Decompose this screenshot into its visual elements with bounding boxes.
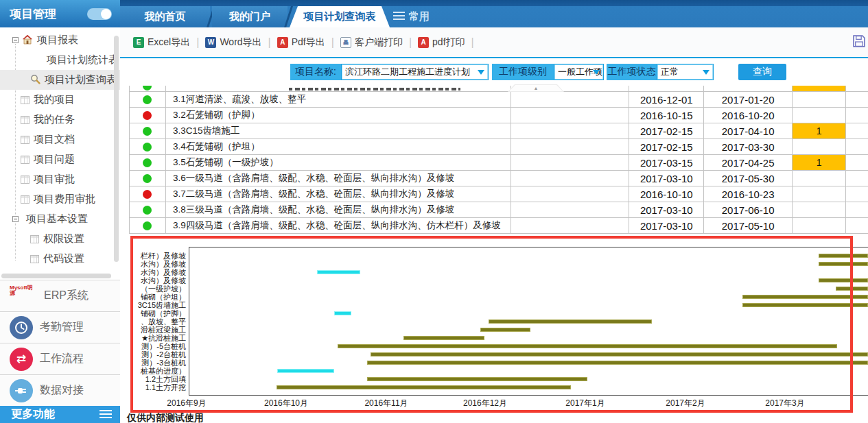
status-cell [130, 202, 166, 217]
sidebar-item-8[interactable]: 项目费用审批 [0, 189, 120, 209]
table-row[interactable]: 3.6一级马道（含路肩墙、级配、水稳、砼面层、纵向排水沟）及修坡2017-03-… [130, 171, 868, 186]
table-row[interactable]: 3.5石笼铺砌（一级护坡）2017-03-152017-04-251 [130, 155, 868, 171]
sidebar-item-workflow[interactable]: ⇄ 工作流程 [0, 343, 120, 374]
table-row[interactable]: 3.9四级马道（含路肩墙、级配、水稳、砼面层、纵向排水沟、仿木栏杆）及修坡201… [130, 218, 868, 234]
empty-cell [511, 139, 629, 154]
flag-cell: 1 [793, 123, 846, 138]
sidebar-vertical-scrollbar[interactable] [114, 36, 119, 262]
sidebar-item-2[interactable]: 项目计划查询表 [0, 70, 120, 90]
flag-cell [793, 92, 846, 107]
flag-cell [793, 171, 846, 186]
sidebar-item-label: 代码设置 [43, 252, 84, 265]
excel-icon: E [133, 37, 144, 48]
tab-my-home[interactable]: 我的首页 [120, 6, 210, 27]
sidebar-header: 项目管理 [0, 0, 120, 27]
tab-my-portal[interactable]: 我的门户 [212, 6, 288, 27]
project-name-select[interactable]: 滨江环路二期工程施工进度计划 [341, 64, 489, 80]
sidebar-horizontal-scrollbar[interactable] [1, 274, 111, 278]
search-button[interactable]: 查询 [738, 64, 786, 80]
table-row[interactable]: 3.7二级马道（含路肩墙、级配、水稳、砼面层、纵向排水沟）及修坡2016-10-… [130, 186, 868, 202]
table-row[interactable]: 3.1河道清淤、疏浚、放坡、整平2016-12-012017-01-20 [130, 92, 868, 108]
sidebar-item-11[interactable]: 代码设置 [0, 249, 120, 269]
clock-icon [10, 316, 33, 339]
end-date-cell [704, 86, 793, 91]
sidebar-bottom-nav: Mysoft明源 ERP系统 考勤管理 ⇄ 工作流程 数据对接 更多功能 [0, 280, 120, 423]
sidebar-item-4[interactable]: 我的任务 [0, 110, 120, 130]
tab-label: 项目计划查询表 [304, 10, 376, 23]
end-date-cell: 2017-05-30 [704, 171, 793, 186]
datalink-label: 数据对接 [40, 383, 84, 398]
flag-cell [793, 86, 846, 91]
gantt-row-label: 铺砌（护脚） [126, 309, 186, 317]
button-label: Word导出 [220, 36, 261, 49]
table-row[interactable]: 3.4石笼铺砌（护坦）2017-02-152017-03-30 [130, 139, 868, 155]
flag-cell [793, 108, 846, 123]
client-print-button[interactable]: 🖶 客户端打印 [334, 36, 409, 49]
tab-plan-query-active[interactable]: 项目计划查询表 [290, 6, 390, 27]
gantt-row-label: ★抗滑桩施工 [126, 334, 186, 342]
more-functions-button[interactable]: 更多功能 [0, 406, 120, 423]
table-row[interactable]: 3.3C15齿墙施工2017-02-152017-04-101 [130, 123, 868, 139]
sidebar-item-label: 我的任务 [34, 113, 75, 126]
work-item-status-label: 工作项状态 [607, 64, 657, 80]
sidebar-item-6[interactable]: 项目问题 [0, 149, 120, 169]
sidebar-item-datalink[interactable]: 数据对接 [0, 374, 120, 406]
sidebar-item-3[interactable]: 我的项目 [0, 90, 120, 110]
grid-icon [30, 235, 39, 243]
grid-icon [21, 176, 30, 184]
table-row[interactable]: 3.2石笼铺砌（护脚）2016-10-152016-10-20 [130, 108, 868, 123]
sidebar-item-9[interactable]: 项目基本设置 [0, 209, 120, 229]
sidebar-item-erp[interactable]: Mysoft明源 ERP系统 [0, 280, 120, 311]
empty-cell [511, 186, 629, 202]
edge-cell [846, 155, 868, 170]
grid-icon [21, 116, 30, 124]
task-cell: 3.1河道清淤、疏浚、放坡、整平 [166, 92, 512, 107]
pdf-export-button[interactable]: A Pdf导出 [271, 36, 331, 49]
sidebar-item-label: 项目计划查询表 [45, 73, 117, 86]
sidebar-item-1[interactable]: 项目计划统计表 [0, 50, 120, 70]
word-export-button[interactable]: W Word导出 [199, 36, 268, 49]
sidebar-toggle-switch[interactable] [87, 8, 112, 20]
word-icon: W [205, 37, 216, 48]
gantt-row-label: 、放坡、整平 [126, 317, 186, 326]
collapse-handle[interactable]: ▲ [508, 84, 564, 92]
gantt-bar [819, 262, 868, 266]
chevron-down-icon [478, 70, 484, 75]
task-cell: 3.5石笼铺砌（一级护坡） [166, 155, 512, 170]
tab-common[interactable]: 常用 [393, 6, 455, 27]
gantt-row-label: 水沟）及修坡 [126, 260, 186, 268]
flag-cell [793, 186, 846, 202]
start-date-cell: 2016-12-01 [629, 92, 704, 107]
edge-cell [846, 92, 868, 107]
sidebar: 项目管理 项目报表项目计划统计表项目计划查询表我的项目我的任务项目文档项目问题项… [0, 0, 120, 423]
status-cell [130, 155, 166, 170]
save-icon[interactable] [853, 35, 865, 50]
status-cell [130, 171, 166, 186]
gantt-row-label: 栏杆）及修坡 [126, 252, 186, 260]
end-date-cell: 2017-06-10 [704, 202, 793, 217]
tab-label: 常用 [409, 10, 430, 23]
table-row[interactable]: 3.8三级马道（含路肩墙、级配、水稳、砼面层、纵向排水沟）及修坡2017-03-… [130, 202, 868, 218]
sidebar-item-0[interactable]: 项目报表 [0, 30, 120, 50]
sidebar-item-7[interactable]: 项目审批 [0, 169, 120, 189]
pdf-print-button[interactable]: A pdf打印 [412, 36, 471, 49]
work-item-status-select[interactable]: 正常 [657, 64, 714, 80]
attendance-label: 考勤管理 [40, 320, 84, 335]
expander-icon[interactable] [12, 37, 19, 43]
gantt-row-label: 铺砌（护坦） [126, 293, 186, 301]
sidebar-item-5[interactable]: 项目文档 [0, 130, 120, 149]
work-item-level-select[interactable]: 一般工作项 [554, 64, 604, 80]
task-table-body: 3.1河道清淤、疏浚、放坡、整平2016-12-012017-01-203.2石… [130, 92, 868, 234]
sidebar-item-10[interactable]: 权限设置 [0, 229, 120, 249]
table-row-partial[interactable] [130, 86, 868, 92]
excel-export-button[interactable]: E Excel导出 [127, 36, 196, 49]
flag-cell [793, 139, 846, 154]
gantt-bar [489, 319, 652, 324]
app-window: 项目管理 项目报表项目计划统计表项目计划查询表我的项目我的任务项目文档项目问题项… [0, 0, 868, 423]
workflow-label: 工作流程 [40, 352, 84, 366]
status-dot-green [143, 143, 152, 152]
sidebar-item-attendance[interactable]: 考勤管理 [0, 311, 120, 343]
task-cell [166, 86, 512, 91]
edge-cell [846, 171, 868, 186]
expander-icon[interactable] [12, 216, 19, 222]
